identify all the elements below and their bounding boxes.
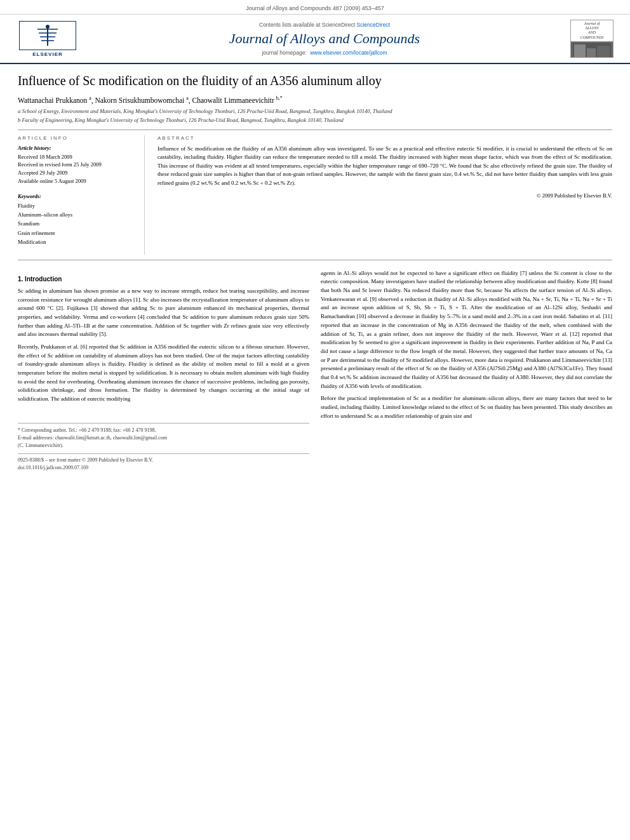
keyword-1: Fluidity — [18, 201, 135, 210]
journal-homepage-line: journal homepage: www.elsevier.com/locat… — [83, 50, 566, 56]
elsevier-logo-area: ELSEVIER — [13, 21, 83, 57]
journal-title: Journal of Alloys and Compounds — [83, 30, 566, 47]
footnote-block: * Corresponding author. Tel.: +66 2 470 … — [18, 423, 309, 450]
homepage-url[interactable]: www.elsevier.com/locate/jallcom — [310, 50, 387, 56]
affiliations: a School of Energy, Environment and Mate… — [18, 108, 612, 124]
section1-heading: 1. Introduction — [18, 274, 309, 284]
journal-logo-image: Journal ofALLOYSANDCOMPOUNDS — [570, 20, 613, 58]
sciencedirect-link[interactable]: ScienceDirect — [357, 22, 390, 28]
body-col1-para1: Sc adding in aluminum has shown promise … — [18, 287, 309, 339]
body-col1-para2: Recently, Prukkanon et al. [6] reported … — [18, 343, 309, 404]
revised-date: Received in revised form 25 July 2009 — [18, 161, 135, 169]
body-col2-para1: agents in Al–Si alloys would not be expe… — [321, 269, 612, 390]
homepage-label: journal homepage: — [262, 50, 306, 56]
svg-point-6 — [46, 25, 50, 29]
article-history-block: Article history: Received 18 March 2009 … — [18, 145, 135, 185]
article-title: Influence of Sc modification on the flui… — [18, 73, 612, 89]
keyword-5: Modification — [18, 237, 135, 246]
journal-banner: ELSEVIER Contents lists available at Sci… — [0, 15, 630, 64]
banner-center: Contents lists available at ScienceDirec… — [83, 22, 566, 55]
divider-top — [18, 130, 612, 130]
article-content: Influence of Sc modification on the flui… — [0, 64, 630, 485]
abstract-label: ABSTRACT — [158, 135, 612, 141]
footer-issn: 0925-8388/$ – see front matter © 2009 Pu… — [18, 457, 309, 464]
history-label: Article history: — [18, 145, 135, 151]
footer-doi: doi:10.1016/j.jallcom.2009.07.169 — [18, 464, 309, 472]
keywords-label: Keywords: — [18, 193, 135, 199]
journal-reference-header: Journal of Alloys and Compounds 487 (200… — [0, 0, 630, 15]
body-col-left: 1. Introduction Sc adding in aluminum ha… — [18, 269, 309, 472]
svg-rect-9 — [587, 48, 596, 58]
footnote-name: (C. Limmaneevichitr). — [18, 442, 309, 450]
available-date: Available online 5 August 2009 — [18, 177, 135, 185]
footnote-corresponding: * Corresponding author. Tel.: +66 2 470 … — [18, 427, 309, 434]
affiliation-a: a School of Energy, Environment and Mate… — [18, 108, 612, 116]
logo-top-text: Journal ofALLOYSANDCOMPOUNDS — [571, 20, 613, 42]
article-info-label: ARTICLE INFO — [18, 135, 135, 141]
body-section: 1. Introduction Sc adding in aluminum ha… — [18, 269, 612, 472]
authors-text: Wattanachai Prukkanon a, Nakorn Srisukhu… — [18, 97, 283, 104]
abstract-text: Influence of Sc modification on the flui… — [158, 145, 612, 188]
history-lines: Received 18 March 2009 Received in revis… — [18, 153, 135, 185]
elsevier-logo-box — [19, 21, 76, 50]
accepted-date: Accepted 29 July 2009 — [18, 169, 135, 177]
affiliation-b: b Faculty of Engineering, King Mongkut's… — [18, 117, 612, 124]
journal-reference-text: Journal of Alloys and Compounds 487 (200… — [246, 5, 384, 11]
divider-bottom — [18, 260, 612, 260]
contents-available-line: Contents lists available at ScienceDirec… — [83, 22, 566, 28]
keywords-block: Keywords: Fluidity Aluminum–silicon allo… — [18, 193, 135, 247]
footnote-email: E-mail addresses: chaowalit.lim@kmutt.ac… — [18, 434, 309, 442]
body-col-right: agents in Al–Si alloys would not be expe… — [321, 269, 612, 472]
page: Journal of Alloys and Compounds 487 (200… — [0, 0, 630, 840]
footer-issn-block: 0925-8388/$ – see front matter © 2009 Pu… — [18, 453, 309, 472]
received-date: Received 18 March 2009 — [18, 153, 135, 161]
info-abstract-section: ARTICLE INFO Article history: Received 1… — [18, 135, 612, 255]
journal-logo-right: Journal ofALLOYSANDCOMPOUNDS — [566, 20, 617, 58]
authors-line: Wattanachai Prukkanon a, Nakorn Srisukhu… — [18, 95, 612, 104]
abstract-copyright: © 2009 Published by Elsevier B.V. — [158, 192, 612, 199]
keyword-2: Aluminum–silicon alloys — [18, 210, 135, 219]
elsevier-text: ELSEVIER — [32, 51, 63, 57]
svg-rect-10 — [597, 46, 610, 58]
abstract-col: ABSTRACT Influence of Sc modification on… — [158, 135, 612, 255]
keyword-4: Grain refinement — [18, 229, 135, 237]
logo-bottom-graphic — [571, 42, 613, 58]
keyword-3: Scandium — [18, 219, 135, 228]
svg-rect-8 — [574, 44, 586, 58]
contents-text: Contents lists available at ScienceDirec… — [259, 22, 355, 28]
keywords-list: Fluidity Aluminum–silicon alloys Scandiu… — [18, 201, 135, 247]
article-info-col: ARTICLE INFO Article history: Received 1… — [18, 135, 145, 255]
body-col2-para2: Before the practical implementation of S… — [321, 394, 612, 420]
